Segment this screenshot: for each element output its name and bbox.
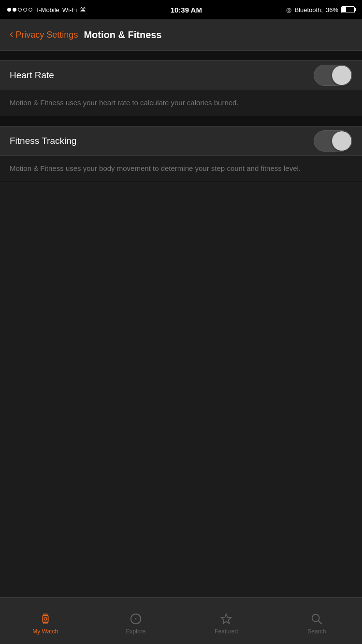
svg-rect-2 xyxy=(43,622,47,624)
status-right: ◎ Bluetooth; 36% xyxy=(286,6,355,14)
fitness-tracking-toggle[interactable] xyxy=(314,130,352,152)
my-watch-icon xyxy=(39,612,52,626)
battery-indicator xyxy=(341,6,355,13)
tab-search-label: Search xyxy=(307,628,326,635)
svg-point-6 xyxy=(135,618,136,619)
battery-fill xyxy=(342,7,346,12)
heart-rate-description: Motion & Fitness uses your heart rate to… xyxy=(10,98,352,109)
signal-dot-2 xyxy=(13,8,16,12)
fitness-tracking-section: Fitness Tracking xyxy=(0,126,362,156)
heart-rate-description-section: Motion & Fitness uses your heart rate to… xyxy=(0,90,362,116)
section-separator-mid xyxy=(0,116,362,126)
back-label: Privacy Settings xyxy=(15,30,78,40)
fitness-tracking-toggle-knob xyxy=(332,131,351,151)
empty-content-area xyxy=(0,182,362,490)
back-chevron-icon: ‹ xyxy=(10,29,13,40)
status-left: T-Mobile Wi-Fi ⌘ xyxy=(7,6,86,14)
section-separator-top xyxy=(0,51,362,60)
signal-dot-4 xyxy=(23,8,27,12)
heart-rate-section: Heart Rate xyxy=(0,60,362,90)
tab-explore-label: Explore xyxy=(126,628,146,635)
search-icon xyxy=(310,612,323,626)
location-icon: ◎ xyxy=(286,6,291,14)
back-button[interactable]: ‹ Privacy Settings xyxy=(10,30,78,40)
tab-featured-label: Featured xyxy=(215,628,238,635)
tab-bar: My Watch Explore Featured Search xyxy=(0,597,362,644)
svg-point-3 xyxy=(44,617,47,620)
heart-rate-toggle-knob xyxy=(332,66,351,85)
wifi-icon: ⌘ xyxy=(80,6,86,14)
time-display: 10:39 AM xyxy=(171,6,202,14)
status-bar: T-Mobile Wi-Fi ⌘ 10:39 AM ◎ Bluetooth; 3… xyxy=(0,0,362,19)
fitness-tracking-label: Fitness Tracking xyxy=(10,136,76,146)
signal-dot-1 xyxy=(7,8,11,12)
explore-icon xyxy=(129,612,143,626)
featured-icon xyxy=(219,612,233,626)
svg-rect-0 xyxy=(43,615,48,622)
tab-my-watch[interactable]: My Watch xyxy=(0,607,90,635)
battery-percent: 36% xyxy=(326,6,338,14)
nav-title: Motion & Fitness xyxy=(84,29,161,41)
carrier-label: T-Mobile xyxy=(35,6,59,14)
signal-dot-3 xyxy=(18,8,22,12)
fitness-tracking-row: Fitness Tracking xyxy=(0,126,362,155)
nav-bar: ‹ Privacy Settings Motion & Fitness xyxy=(0,19,362,51)
tab-featured[interactable]: Featured xyxy=(181,607,272,635)
signal-dots xyxy=(7,8,32,12)
signal-dot-5 xyxy=(29,8,32,12)
svg-marker-7 xyxy=(221,614,232,623)
heart-rate-toggle[interactable] xyxy=(314,65,352,86)
svg-line-9 xyxy=(319,620,322,624)
heart-rate-label: Heart Rate xyxy=(10,70,54,81)
heart-rate-row: Heart Rate xyxy=(0,61,362,90)
fitness-tracking-description: Motion & Fitness uses your body movement… xyxy=(10,163,352,174)
wifi-label: Wi-Fi xyxy=(62,6,77,14)
tab-my-watch-label: My Watch xyxy=(32,628,58,635)
tab-explore[interactable]: Explore xyxy=(90,607,181,635)
bluetooth-icon: Bluetooth; xyxy=(294,6,323,14)
svg-rect-1 xyxy=(43,614,47,616)
tab-search[interactable]: Search xyxy=(272,607,362,635)
battery-box xyxy=(341,6,355,13)
fitness-tracking-description-section: Motion & Fitness uses your body movement… xyxy=(0,156,362,182)
